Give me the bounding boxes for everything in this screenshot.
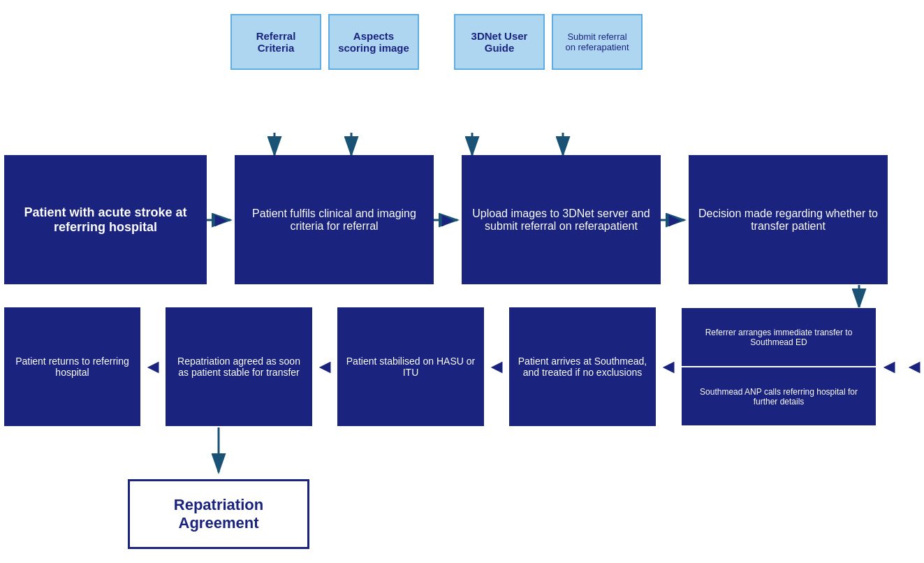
box-stabilised: Patient stabilised on HASU or ITU [337, 307, 484, 426]
box-repatriation-agreement[interactable]: Repatriation Agreement [128, 479, 309, 549]
flow-row1: Patient with acute stroke at referring h… [4, 155, 888, 284]
arrow-row2-6: ◄ [902, 307, 924, 426]
resource-aspects-scoring[interactable]: Aspects scoring image [328, 14, 419, 70]
arrow-row1-2: ► [434, 209, 462, 231]
box-repatriation-agreed: Repatriation agreed as soon as patient s… [166, 307, 312, 426]
arrow-row2-5: ◄ [877, 307, 902, 426]
resource-3dnet-guide[interactable]: 3DNet User Guide [454, 14, 545, 70]
box-decision: Decision made regarding whether to trans… [689, 155, 888, 284]
box-patient-stroke: Patient with acute stroke at referring h… [4, 155, 207, 284]
split-section: Referrer arranges immediate transfer to … [681, 307, 877, 426]
box-anp-calls: Southmead ANP calls referring hospital f… [681, 367, 877, 426]
box-fulfils-criteria: Patient fulfils clinical and imaging cri… [235, 155, 434, 284]
resource-referral-criteria[interactable]: Referral Criteria [230, 14, 321, 70]
box-referrer-arranges: Referrer arranges immediate transfer to … [681, 307, 877, 367]
arrow-row2-4: ◄ [656, 307, 681, 426]
arrow-row2-3: ◄ [484, 307, 509, 426]
arrow-row1-3: ► [661, 209, 689, 231]
box-upload-images: Upload images to 3DNet server and submit… [462, 155, 661, 284]
arrow-row2-2: ◄ [312, 307, 337, 426]
flow-row2: Patient returns to referring hospital ◄ … [4, 307, 924, 426]
box-patient-returns: Patient returns to referring hospital [4, 307, 140, 426]
arrow-row2-1: ◄ [140, 307, 166, 426]
diagram-container: Referral Criteria Aspects scoring image … [0, 0, 924, 563]
arrow-row1-1: ► [207, 209, 235, 231]
resource-submit-referral[interactable]: Submit referral on referapatient [552, 14, 643, 70]
box-patient-arrives: Patient arrives at Southmead, and treate… [509, 307, 656, 426]
